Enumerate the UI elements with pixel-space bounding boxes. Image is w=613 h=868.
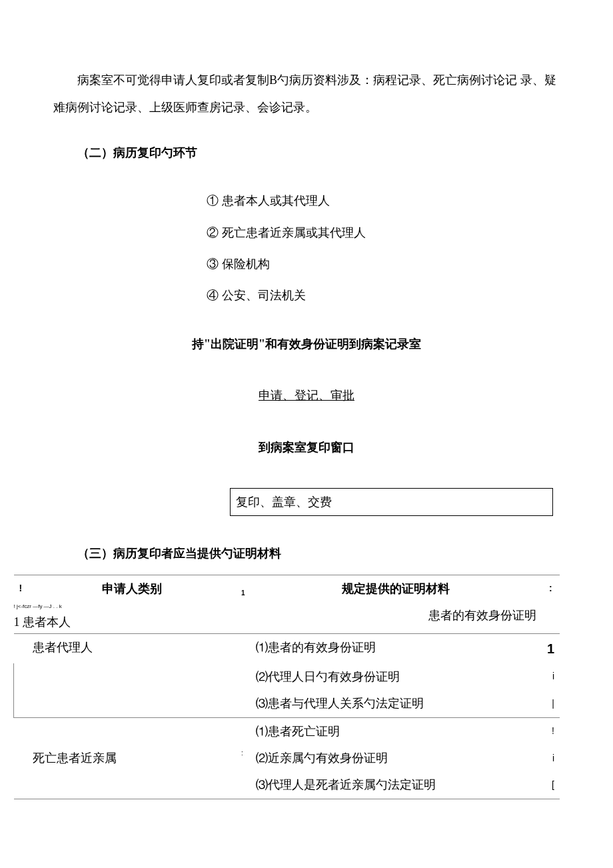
flow-step-4-box: 复印、盖章、交费 [230,488,553,516]
table-edge: : [542,575,560,602]
table-edge: [ [542,771,560,799]
list-item: ② 死亡患者近亲属或其代理人 [207,222,560,243]
table-header-col1: 申请人类别 [27,575,236,602]
table-cell-agent-material-3: ⑶患者与代理人关系勺法定证明 [251,690,542,717]
table-row-patient-self: 1 患者本人 [14,611,251,633]
table-edge [542,602,560,633]
flow-step-1: 持"出院证明"和有效身份证明到病案记录室 [153,333,460,355]
table-cell-deceased-material-3: ⑶代理人是死者近亲属勺法定证明 [251,771,542,799]
table-row-deceased-relative: 死亡患者近亲属 [27,745,236,771]
table-cell [27,717,236,745]
table-edge [14,663,28,690]
table-edge: 1 [236,575,251,602]
section-2-header: （二）病历复印勺环节 [53,142,560,163]
table-edge [14,745,28,771]
table-cell [27,663,236,690]
applicant-list: ① 患者本人或其代理人 ② 死亡患者近亲属或其代理人 ③ 保险机构 ④ 公安、司… [207,190,560,307]
table-cell-agent-material-1: ⑴患者的有效身份证明 [251,633,542,663]
table-edge [236,663,251,690]
table-edge: | [542,690,560,717]
section-3-header: （三）病历复印者应当提供勺证明材料 [53,543,560,564]
table-tiny-marker: ! j<-fczr —fy —J . . k [14,602,251,611]
table-cell [27,771,236,799]
table-edge: ! [542,717,560,745]
table-cell-agent-material-2: ⑵代理人日勺有效身份证明 [251,663,542,690]
table-row-agent: 患者代理人 [27,633,236,663]
table-edge [14,717,28,745]
table-edge [14,633,28,663]
table-edge: : [236,745,251,771]
table-edge [14,771,28,799]
table-edge: i [542,663,560,690]
table-edge [236,771,251,799]
list-item: ③ 保险机构 [207,253,560,275]
list-item: ④ 公安、司法机关 [207,285,560,306]
flow-step-3: 到病案室复印窗口 [153,437,460,458]
table-header-col2: 规定提供的证明材料 [251,575,542,602]
materials-table: ! 申请人类别 1 规定提供的证明材料 : ! j<-fczr —fy —J .… [13,575,560,799]
table-edge [236,633,251,663]
table-cell-deceased-material-2: ⑵近亲属勺有效身份证明 [251,745,542,771]
table-cell-patient-material: 患者的有效身份证明 [251,602,542,633]
table-cell [27,690,236,717]
intro-paragraph: 病案室不可觉得申请人复印或者复制B勺病历资料涉及：病程记录、死亡病例讨论记 录、… [53,67,560,122]
table-edge: 1 [542,633,560,663]
table-edge: i [542,745,560,771]
table-edge [236,690,251,717]
flow-step-2: 申请、登记、审批 [153,385,460,406]
table-edge [14,690,28,717]
list-item: ① 患者本人或其代理人 [207,190,560,211]
table-edge: ! [14,575,28,602]
table-edge [236,717,251,745]
table-cell-deceased-material-1: ⑴患者死亡证明 [251,717,542,745]
